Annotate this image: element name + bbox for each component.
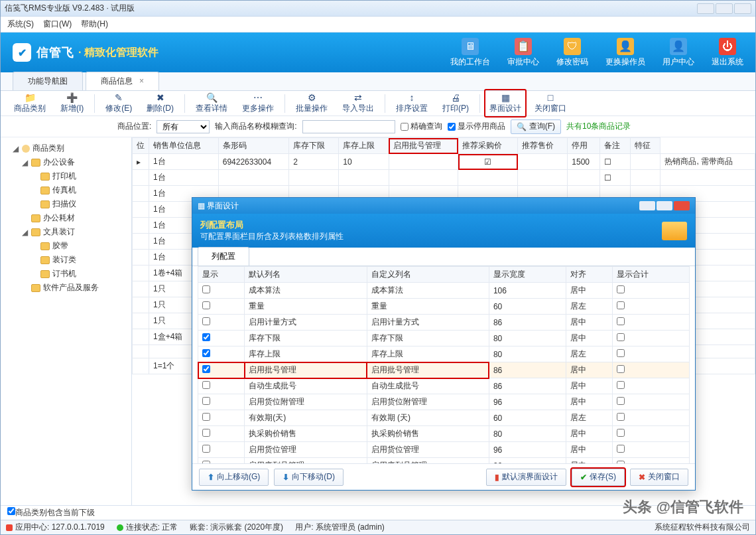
- ribbon-审批中心[interactable]: 📋审批中心: [507, 38, 539, 68]
- filter-name-label: 输入商品名称模糊查询:: [215, 121, 296, 132]
- ribbon-我的工作台[interactable]: 🖥我的工作台: [450, 38, 490, 68]
- toolbar: 📁商品类别➕新增(I)✎修改(E)✖删除(D)🔍查看详情⋯更多操作⚙批量操作⇄导…: [1, 91, 755, 116]
- tool-更多操作[interactable]: ⋯更多操作: [235, 91, 281, 115]
- filter-loc-label: 商品位置:: [117, 121, 151, 132]
- dialog-row[interactable]: 启用计量方式启用计量方式86居中: [198, 315, 690, 331]
- logo-icon: ✔: [13, 43, 31, 62]
- tool-批量操作[interactable]: ⚙批量操作: [289, 91, 334, 115]
- include-sub-chk[interactable]: 商品类别包含当前下级: [7, 507, 95, 518]
- window-title: 信笺飞RMS专业版 V9.2.483 · 试用版: [5, 3, 135, 14]
- dialog-close-icon[interactable]: [674, 201, 690, 210]
- dialog-row[interactable]: 启用货位管理启用货位管理96居中: [198, 442, 690, 458]
- menu-help[interactable]: 帮助(H): [81, 19, 108, 30]
- tree-办公耗材[interactable]: 办公耗材: [13, 211, 129, 225]
- tree-胶带[interactable]: 胶带: [13, 239, 129, 253]
- category-tree[interactable]: ◢商品类别◢办公设备打印机传真机扫描仪办公耗材◢文具装订胶带装订类订书机软件产品…: [1, 137, 132, 505]
- window-controls: [697, 3, 751, 14]
- maximize-icon[interactable]: [716, 3, 733, 14]
- status-bar: 应用中心: 127.0.0.1.7019 连接状态: 正常 账套: 演示账套 (…: [1, 520, 755, 534]
- table-row[interactable]: ▸1台69422633004210☑1500☐热销商品, 需带商品: [133, 154, 755, 170]
- menu-window[interactable]: 窗口(W): [43, 19, 72, 30]
- move-down-button[interactable]: ⬇向下移动(D): [274, 469, 344, 486]
- tree-软件产品及服务[interactable]: 软件产品及服务: [13, 281, 129, 295]
- tree-文具装订[interactable]: ◢文具装订: [13, 225, 129, 239]
- default-layout-button[interactable]: ▮默认演界面设计: [486, 469, 566, 486]
- dialog-title: 界面设计: [207, 200, 239, 212]
- move-up-button[interactable]: ⬆向上移动(G): [199, 469, 269, 486]
- dialog-banner: 列配置布局 可配置界面栏目所含及列表格数排列属性: [192, 214, 695, 248]
- status-connection: 连接状态: 正常: [126, 522, 178, 533]
- result-count: 共有10条商品记录: [566, 121, 631, 132]
- tool-打印(P)[interactable]: 🖨打印(P): [436, 91, 475, 115]
- tool-导入导出[interactable]: ⇄导入导出: [336, 91, 381, 115]
- tree-传真机[interactable]: 传真机: [13, 183, 129, 197]
- dialog-row[interactable]: 有效期(天)有效期 (天)60居左: [198, 410, 690, 426]
- dialog-row[interactable]: 执采购价销售执采购价销售80居中: [198, 426, 690, 442]
- dialog-row[interactable]: 启用序列号管理启用序列号管理96居中: [198, 458, 690, 464]
- ribbon-更换操作员[interactable]: 👤更换操作员: [605, 38, 645, 68]
- filter-bar: 商品位置: 所有 输入商品名称模糊查询: 精确查询 显示停用商品 🔍查询(F) …: [1, 116, 755, 137]
- ribbon-用户中心[interactable]: 👤用户中心: [662, 38, 694, 68]
- dialog-max-icon[interactable]: [657, 201, 672, 210]
- tool-关闭窗口[interactable]: □关闭窗口: [528, 91, 573, 115]
- layout-designer-dialog: ▦ 界面设计 列配置布局 可配置界面栏目所含及列表格数排列属性 列配置 显示默认…: [192, 197, 696, 491]
- tree-打印机[interactable]: 打印机: [13, 169, 129, 183]
- filter-exact-chk[interactable]: 精确查询: [401, 121, 442, 132]
- logo-subtitle: · 精致化管理软件: [78, 46, 158, 60]
- dialog-row[interactable]: 重量重量60居左: [198, 299, 690, 315]
- ribbon-退出系统[interactable]: ⏻退出系统: [712, 38, 743, 68]
- tree-扫描仪[interactable]: 扫描仪: [13, 197, 129, 211]
- dialog-tab-columns[interactable]: 列配置: [198, 247, 249, 266]
- save-button[interactable]: ✔保存(S): [572, 469, 625, 486]
- close-icon[interactable]: [734, 3, 751, 14]
- app-center-icon: [6, 524, 13, 531]
- menu-bar: 系统(S) 窗口(W) 帮助(H): [1, 17, 755, 33]
- tab-功能导航图[interactable]: 功能导航图: [13, 72, 83, 90]
- minimize-icon[interactable]: [697, 3, 714, 14]
- dialog-min-icon[interactable]: [639, 201, 655, 210]
- tab-close-icon[interactable]: ×: [139, 76, 144, 86]
- dialog-row[interactable]: 自动生成批号自动生成批号86居中: [198, 378, 690, 394]
- tree-办公设备[interactable]: ◢办公设备: [13, 155, 129, 169]
- filter-disabled-chk[interactable]: 显示停用商品: [448, 121, 505, 132]
- tool-界面设计[interactable]: ▦界面设计: [484, 89, 527, 117]
- tab-商品信息[interactable]: 商品信息×: [86, 72, 159, 90]
- dialog-row[interactable]: 启用货位附管理启用货位附管理96居中: [198, 394, 690, 410]
- dialog-banner-icon: [662, 222, 687, 240]
- dialog-tabs: 列配置: [192, 248, 695, 266]
- dialog-row[interactable]: 库存上限库存上限80居左: [198, 346, 690, 362]
- tree-商品类别[interactable]: ◢商品类别: [13, 141, 129, 155]
- dialog-banner-title: 列配置布局: [200, 219, 344, 231]
- tool-排序设置[interactable]: ↕排序设置: [389, 91, 434, 115]
- filter-name-input[interactable]: [302, 120, 395, 133]
- title-bar: 信笺飞RMS专业版 V9.2.483 · 试用版: [1, 1, 755, 17]
- tool-商品类别[interactable]: 📁商品类别: [7, 91, 52, 115]
- tool-新增(I)[interactable]: ➕新增(I): [54, 91, 90, 115]
- status-user: 用户: 系统管理员 (admin): [295, 522, 385, 533]
- dialog-banner-sub: 可配置界面栏目所含及列表格数排列属性: [200, 231, 344, 242]
- dialog-row[interactable]: 成本算法成本算法106居中: [198, 283, 690, 299]
- tool-查看详情[interactable]: 🔍查看详情: [189, 91, 234, 115]
- logo-text: 信管飞: [36, 44, 74, 60]
- tool-删除(D)[interactable]: ✖删除(D): [140, 91, 180, 115]
- filter-loc-select[interactable]: 所有: [157, 120, 210, 133]
- search-button[interactable]: 🔍查询(F): [511, 119, 561, 134]
- menu-system[interactable]: 系统(S): [7, 19, 34, 30]
- status-ledger: 账套: 演示账套 (2020年度): [190, 522, 283, 533]
- page-tabs: 功能导航图商品信息×: [1, 72, 755, 91]
- dialog-row[interactable]: 库存下限库存下限80居中: [198, 331, 690, 346]
- tree-订书机[interactable]: 订书机: [13, 267, 129, 281]
- dialog-grid[interactable]: 显示默认列名自定义列名显示宽度对齐显示合计成本算法成本算法106居中重量重量60…: [198, 266, 690, 463]
- close-dialog-button[interactable]: ✖关闭窗口: [630, 469, 688, 486]
- dialog-row[interactable]: 启用批号管理启用批号管理86居中: [198, 362, 690, 378]
- dialog-titlebar[interactable]: ▦ 界面设计: [192, 198, 695, 214]
- table-row[interactable]: 1台☐: [133, 170, 755, 186]
- dialog-footer: ⬆向上移动(G) ⬇向下移动(D) ▮默认演界面设计 ✔保存(S) ✖关闭窗口: [192, 463, 695, 490]
- ribbon: ✔ 信管飞 · 精致化管理软件 🖥我的工作台📋审批中心🛡修改密码👤更换操作员👤用…: [1, 33, 755, 72]
- ribbon-修改密码[interactable]: 🛡修改密码: [556, 38, 588, 68]
- bottom-bar: 商品类别包含当前下级: [1, 505, 755, 520]
- tree-装订类[interactable]: 装订类: [13, 253, 129, 267]
- tool-修改(E)[interactable]: ✎修改(E): [99, 91, 139, 115]
- conn-ok-icon: [117, 524, 123, 531]
- status-company: 系统征程软件科技有限公司: [655, 522, 750, 533]
